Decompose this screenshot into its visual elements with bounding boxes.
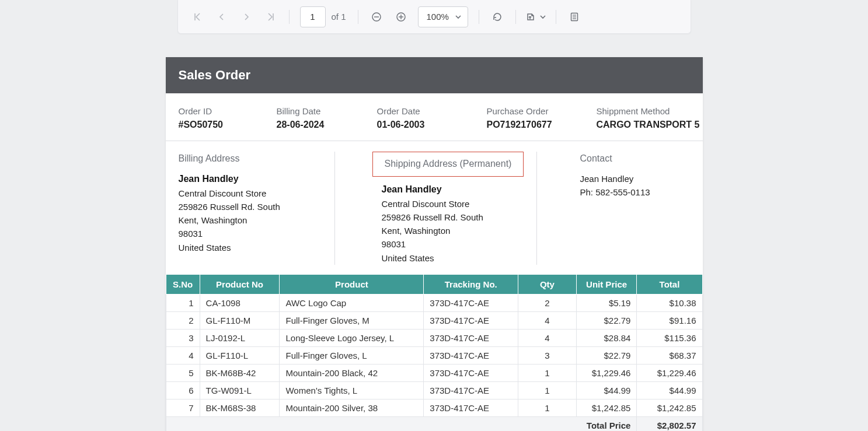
table-row: 6TG-W091-LWomen's Tights, L373D-417C-AE1… xyxy=(166,381,702,399)
prev-page-button[interactable] xyxy=(211,6,233,28)
report-title: Sales Order xyxy=(166,57,703,93)
contact-block: Contact Jean Handley Ph: 582-555-0113 xyxy=(537,152,650,265)
total-price-value: $2,802.57 xyxy=(637,416,702,431)
cell-sno: 5 xyxy=(166,364,200,381)
shipment-method-label: Shippment Method xyxy=(597,106,713,116)
chevron-down-icon xyxy=(455,13,462,20)
cell-total: $115.36 xyxy=(637,329,702,346)
shipping-address-block: Shipping Address (Permanent) Jean Handle… xyxy=(335,152,537,265)
toolbar-divider xyxy=(556,10,556,24)
header-product: Product xyxy=(280,274,424,294)
shipping-name: Jean Handley xyxy=(382,183,536,197)
last-page-button[interactable] xyxy=(260,6,282,28)
table-row: 5BK-M68B-42Mountain-200 Black, 42373D-41… xyxy=(166,364,702,381)
cell-product: Women's Tights, L xyxy=(280,381,424,399)
header-tracking: Tracking No. xyxy=(424,274,518,294)
cell-sno: 1 xyxy=(166,294,200,311)
billing-address-block: Billing Address Jean Handley Central Dis… xyxy=(179,152,335,265)
export-button[interactable] xyxy=(523,12,549,22)
page-setup-button[interactable] xyxy=(563,6,585,28)
cell-sno: 7 xyxy=(166,399,200,416)
cell-total: $68.37 xyxy=(637,346,702,364)
cell-total: $91.16 xyxy=(637,311,702,329)
table-row: 7BK-M68S-38Mountain-200 Silver, 38373D-4… xyxy=(166,399,702,416)
cell-tracking: 373D-417C-AE xyxy=(424,381,518,399)
shipment-method-value: CARGO TRANSPORT 5 xyxy=(597,120,713,130)
cell-unitprice: $28.84 xyxy=(576,329,637,346)
cell-qty: 3 xyxy=(518,346,577,364)
cell-product: Full-Finger Gloves, M xyxy=(280,311,424,329)
billing-zip: 98031 xyxy=(179,227,329,240)
cell-product: AWC Logo Cap xyxy=(280,294,424,311)
minus-circle-icon xyxy=(371,12,382,22)
order-date-label: Order Date xyxy=(377,106,487,116)
items-header-row: S.No Product No Product Tracking No. Qty… xyxy=(166,274,702,294)
cell-total: $1,242.85 xyxy=(637,399,702,416)
cell-sno: 3 xyxy=(166,329,200,346)
cell-unitprice: $22.79 xyxy=(576,311,637,329)
chevron-right-icon xyxy=(242,13,250,21)
header-sno: S.No xyxy=(166,274,200,294)
page-number-input[interactable] xyxy=(300,6,326,27)
chevron-left-icon xyxy=(218,13,226,21)
cell-tracking: 373D-417C-AE xyxy=(424,294,518,311)
cell-sno: 2 xyxy=(166,311,200,329)
table-row: 1CA-1098AWC Logo Cap373D-417C-AE2$5.19$1… xyxy=(166,294,702,311)
contact-name: Jean Handley xyxy=(580,172,650,185)
table-row: 3LJ-0192-LLong-Sleeve Logo Jersey, L373D… xyxy=(166,329,702,346)
zoom-out-button[interactable] xyxy=(365,6,388,28)
table-row: 2GL-F110-MFull-Finger Gloves, M373D-417C… xyxy=(166,311,702,329)
report-page: Sales Order Order ID #SO50750 Billing Da… xyxy=(166,57,703,431)
shipping-street: 259826 Russell Rd. South xyxy=(382,211,536,224)
purchase-order-label: Purchase Order xyxy=(487,106,597,116)
shipping-address-title-highlight: Shipping Address (Permanent) xyxy=(372,152,524,177)
header-unitprice: Unit Price xyxy=(576,274,637,294)
toolbar-divider xyxy=(515,10,516,24)
purchase-order-value: PO7192170677 xyxy=(487,120,597,130)
billing-company: Central Discount Store xyxy=(179,187,329,200)
cell-total: $1,229.46 xyxy=(637,364,702,381)
cell-product: Long-Sleeve Logo Jersey, L xyxy=(280,329,424,346)
cell-unitprice: $1,242.85 xyxy=(576,399,637,416)
cell-productno: TG-W091-L xyxy=(200,381,280,399)
page-icon xyxy=(569,12,580,22)
cell-productno: CA-1098 xyxy=(200,294,280,311)
total-row: Total Price $2,802.57 xyxy=(166,416,702,431)
contact-title: Contact xyxy=(580,152,650,166)
total-price-label: Total Price xyxy=(166,416,637,431)
cell-qty: 1 xyxy=(518,399,577,416)
zoom-in-button[interactable] xyxy=(390,6,412,28)
plus-circle-icon xyxy=(396,12,406,22)
order-id-value: #SO50750 xyxy=(179,120,277,130)
cell-unitprice: $22.79 xyxy=(576,346,637,364)
header-qty: Qty xyxy=(518,274,577,294)
cell-productno: GL-F110-M xyxy=(200,311,280,329)
order-date-value: 01-06-2003 xyxy=(377,120,487,130)
zoom-level-value: 100% xyxy=(427,12,449,22)
zoom-level-select[interactable]: 100% xyxy=(418,6,468,27)
cell-total: $10.38 xyxy=(637,294,702,311)
report-toolbar: of 1 100% xyxy=(177,0,691,34)
cell-tracking: 373D-417C-AE xyxy=(424,346,518,364)
next-page-button[interactable] xyxy=(235,6,257,28)
billing-address-title: Billing Address xyxy=(179,152,329,166)
table-row: 4GL-F110-LFull-Finger Gloves, L373D-417C… xyxy=(166,346,702,364)
cell-qty: 1 xyxy=(518,381,577,399)
cell-product: Mountain-200 Silver, 38 xyxy=(280,399,424,416)
order-meta-row: Order ID #SO50750 Billing Date 28-06-202… xyxy=(166,93,703,141)
chevron-down-icon xyxy=(539,13,546,20)
billing-date-value: 28-06-2024 xyxy=(277,120,377,130)
header-total: Total xyxy=(637,274,702,294)
cell-productno: BK-M68B-42 xyxy=(200,364,280,381)
page-count-label: of 1 xyxy=(332,12,351,22)
first-page-button[interactable] xyxy=(186,6,208,28)
cell-productno: LJ-0192-L xyxy=(200,329,280,346)
billing-country: United States xyxy=(179,241,329,254)
cell-sno: 4 xyxy=(166,346,200,364)
refresh-button[interactable] xyxy=(486,6,508,28)
cell-qty: 1 xyxy=(518,364,577,381)
shipping-country: United States xyxy=(382,251,536,265)
billing-date-label: Billing Date xyxy=(277,106,377,116)
cell-product: Full-Finger Gloves, L xyxy=(280,346,424,364)
billing-citystate: Kent, Washington xyxy=(179,213,329,227)
